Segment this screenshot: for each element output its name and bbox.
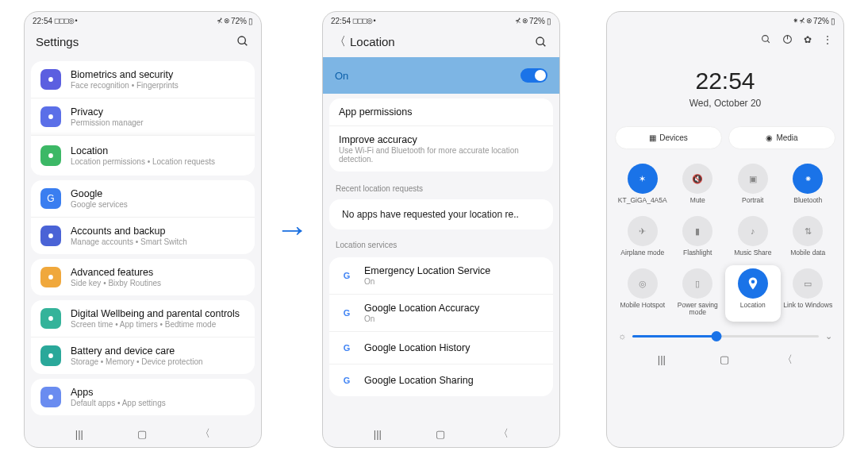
statusbar: 22:54◻◻◻◎ • ⊀ ⊗72%▯ xyxy=(25,12,261,29)
nav-back[interactable]: 〈 xyxy=(498,426,509,441)
service-row[interactable]: GGoogle Location AccuracyOn xyxy=(329,294,553,331)
quick-tile[interactable]: Location xyxy=(725,265,781,322)
nav-back[interactable]: 〈 xyxy=(200,426,210,441)
row-title: Location xyxy=(71,145,245,156)
gear-icon[interactable]: ✿ xyxy=(804,34,812,45)
nav-recent[interactable]: ||| xyxy=(658,353,666,365)
status-battery: 72% xyxy=(231,17,247,25)
svg-line-1 xyxy=(244,43,247,45)
row-title: Improve accuracy xyxy=(339,134,543,145)
quick-tile[interactable]: ⁕Bluetooth xyxy=(782,164,835,211)
row-title: Google Location Sharing xyxy=(364,375,543,386)
nav-home[interactable]: ▢ xyxy=(720,353,729,365)
row-sub: Side key • Bixby Routines xyxy=(71,279,245,287)
status-time: 22:54 xyxy=(33,17,52,25)
hotspot-icon: ◎ xyxy=(628,268,658,299)
tile-label: Location xyxy=(740,302,766,316)
settings-list[interactable]: Biometrics and securityFace recognition … xyxy=(25,56,261,420)
quick-tile[interactable]: ✈Airplane mode xyxy=(616,216,669,264)
google-icon: G xyxy=(339,268,355,284)
media-icon: ◉ xyxy=(766,133,773,142)
location-row[interactable]: App permissions xyxy=(329,98,553,125)
row-sub: Google services xyxy=(71,200,245,209)
row-sub: Face recognition • Fingerprints xyxy=(71,81,245,90)
quick-tile[interactable]: ▮Flashlight xyxy=(672,216,724,264)
quick-tile[interactable]: ♪Music Share xyxy=(727,216,779,264)
statusbar: 22:54◻◻◻◎ • ⊀ ⊗72%▯ xyxy=(323,12,559,29)
svg-point-9 xyxy=(48,395,53,399)
tile-label: Mobile data xyxy=(790,249,825,264)
row-icon xyxy=(40,345,61,366)
quick-tile[interactable]: ▯Power saving mode xyxy=(672,268,724,317)
nav-recent[interactable]: ||| xyxy=(374,428,382,440)
media-label: Media xyxy=(776,133,797,142)
row-sub: Screen time • App timers • Bedtime mode xyxy=(71,320,245,329)
settings-row[interactable]: Accounts and backupManage accounts • Sma… xyxy=(31,217,255,254)
svg-point-0 xyxy=(238,37,245,44)
status-right-icons: ⁕ ⊀ ⊗ xyxy=(793,17,812,25)
settings-row[interactable]: Battery and device careStorage • Memory … xyxy=(31,337,255,374)
battery-icon: ▯ xyxy=(547,17,551,25)
status-left-icons: ◻◻◻◎ • xyxy=(54,17,77,25)
row-icon xyxy=(40,267,61,287)
row-sub: On xyxy=(364,314,543,323)
clock-text: 22:54 xyxy=(607,68,843,94)
row-icon xyxy=(40,145,61,166)
more-icon[interactable]: ⋮ xyxy=(823,34,832,45)
quick-tile[interactable]: ▭Link to Windows xyxy=(782,268,835,317)
settings-row[interactable]: Biometrics and securityFace recognition … xyxy=(31,61,255,98)
row-title: Privacy xyxy=(71,106,245,118)
row-title: Accounts and backup xyxy=(71,226,245,237)
service-row[interactable]: GGoogle Location History xyxy=(329,331,553,364)
tile-label: Mobile Hotspot xyxy=(620,302,665,316)
media-button[interactable]: ◉Media xyxy=(728,126,835,149)
settings-row[interactable]: Digital Wellbeing and parental controlsS… xyxy=(31,300,255,337)
row-title: App permissions xyxy=(339,106,543,118)
power-icon[interactable] xyxy=(782,34,793,45)
quick-tile[interactable]: ▣Portrait xyxy=(727,164,779,211)
quick-tile[interactable]: ✶KT_GiGA_4A5A xyxy=(616,164,669,211)
search-icon[interactable] xyxy=(534,35,548,49)
row-icon xyxy=(40,69,61,90)
row-title: Google Location Accuracy xyxy=(364,303,543,314)
header: Settings xyxy=(25,29,261,56)
search-icon[interactable] xyxy=(236,34,250,48)
settings-row[interactable]: AppsDefault apps • App settings xyxy=(31,379,255,415)
status-battery: 72% xyxy=(529,17,545,25)
row-title: Apps xyxy=(71,387,245,398)
devices-button[interactable]: ▦Devices xyxy=(615,126,722,149)
brightness-slider[interactable]: ☼ ⌄ xyxy=(607,320,843,346)
quick-tile[interactable]: ⇅Mobile data xyxy=(782,216,835,264)
row-sub: On xyxy=(364,277,543,286)
toggle-switch[interactable] xyxy=(520,68,547,83)
nav-home[interactable]: ▢ xyxy=(137,428,147,440)
tile-label: Music Share xyxy=(734,249,771,264)
row-sub: Location permissions • Location requests xyxy=(71,157,245,166)
status-left-icons: ◻◻◻◎ • xyxy=(352,17,375,25)
service-row[interactable]: GGoogle Location Sharing xyxy=(329,364,553,396)
nav-back[interactable]: 〈 xyxy=(782,353,793,367)
back-icon[interactable]: 〈 xyxy=(334,34,350,49)
svg-point-6 xyxy=(48,275,53,280)
location-row[interactable]: Improve accuracyUse Wi-Fi and Bluetooth … xyxy=(329,125,553,172)
search-icon[interactable] xyxy=(761,34,771,45)
nav-home[interactable]: ▢ xyxy=(436,428,445,440)
navbar: ||| ▢ 〈 xyxy=(607,346,843,373)
quick-tile[interactable]: ◎Mobile Hotspot xyxy=(616,268,669,317)
quick-tile[interactable]: 🔇Mute xyxy=(672,164,724,211)
bt-icon: ⁕ xyxy=(793,164,823,194)
settings-row[interactable]: Advanced featuresSide key • Bixby Routin… xyxy=(31,259,255,295)
tile-label: Portrait xyxy=(742,197,763,211)
service-row[interactable]: GEmergency Location ServiceOn xyxy=(329,257,553,294)
battery-icon: ▯ xyxy=(831,17,835,25)
location-toggle-banner[interactable]: On xyxy=(322,57,560,94)
row-title: Biometrics and security xyxy=(71,69,245,80)
settings-row[interactable]: GGoogleGoogle services xyxy=(31,180,255,217)
slider-track[interactable] xyxy=(632,335,819,338)
settings-row[interactable]: PrivacyPermission manager xyxy=(31,98,255,135)
chevron-down-icon[interactable]: ⌄ xyxy=(825,331,832,341)
nav-recent[interactable]: ||| xyxy=(75,428,83,440)
settings-row[interactable]: LocationLocation permissions • Location … xyxy=(31,135,255,176)
svg-point-5 xyxy=(48,233,53,238)
tile-label: Flashlight xyxy=(683,249,712,264)
